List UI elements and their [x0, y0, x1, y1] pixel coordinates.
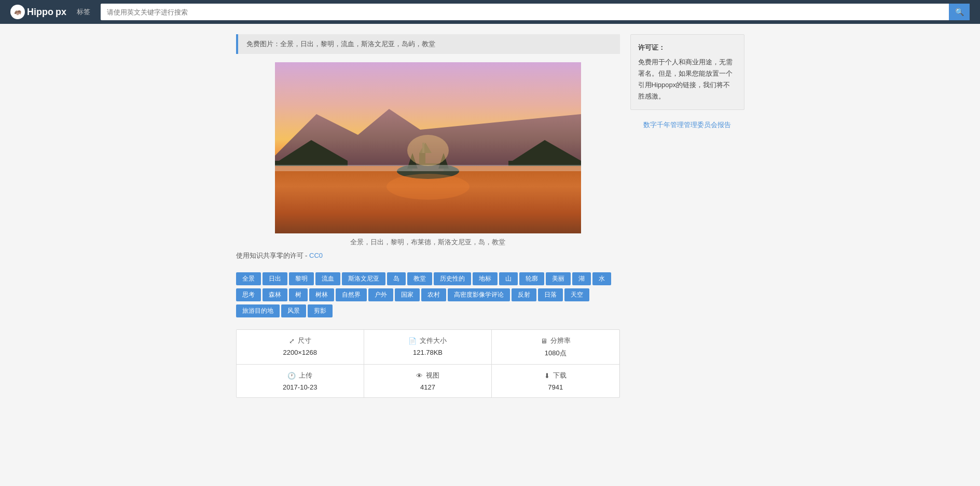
- views-value: 4127: [372, 383, 483, 391]
- search-input[interactable]: [101, 4, 970, 20]
- sidebar: 许可证： 免费用于个人和商业用途，无需署名。但是，如果您能放置一个引用Hippo…: [630, 34, 744, 398]
- tag-item[interactable]: 轮廓: [519, 272, 544, 285]
- info-grid: ⤢ 尺寸 2200×1268 📄 文件大小 121.78KB 🖥 分辨率: [236, 329, 620, 398]
- tag-item[interactable]: 农村: [421, 288, 446, 301]
- filesize-label: 📄 文件大小: [372, 336, 483, 345]
- image-container: [236, 62, 620, 233]
- filesize-value: 121.78KB: [372, 349, 483, 356]
- eye-icon: 👁: [416, 372, 423, 380]
- download-icon: ⬇: [544, 372, 550, 380]
- views-label: 👁 视图: [372, 371, 483, 380]
- info-cell-upload: 🕐 上传 2017-10-23: [237, 365, 364, 397]
- downloads-value: 7941: [500, 383, 611, 391]
- svg-point-15: [387, 174, 470, 200]
- logo-icon: 🦛: [10, 5, 25, 19]
- info-cell-views: 👁 视图 4127: [364, 365, 492, 397]
- upload-value: 2017-10-23: [245, 383, 355, 391]
- breadcrumb: 免费图片：全景，日出，黎明，流血，斯洛文尼亚，岛屿，教堂: [236, 34, 620, 54]
- breadcrumb-text: 免费图片：全景，日出，黎明，流血，斯洛文尼亚，岛屿，教堂: [246, 40, 435, 48]
- logo-text: Hippo: [27, 7, 53, 18]
- tag-item[interactable]: 黎明: [289, 272, 314, 285]
- tag-item[interactable]: 风景: [281, 304, 306, 317]
- tag-item[interactable]: 水: [592, 272, 611, 285]
- tag-item[interactable]: 自然界: [336, 288, 367, 301]
- tag-item[interactable]: 全景: [236, 272, 261, 285]
- logo-suffix: px: [56, 7, 66, 18]
- tag-item[interactable]: 树林: [309, 288, 334, 301]
- info-cell-filesize: 📄 文件大小 121.78KB: [364, 330, 492, 364]
- image-caption: 全景，日出，黎明，布莱德，斯洛文尼亚，岛，教堂: [236, 238, 620, 247]
- resolution-label: 🖥 分辨率: [500, 336, 611, 345]
- tag-item[interactable]: 岛: [387, 272, 406, 285]
- resolution-value: 1080点: [500, 349, 611, 358]
- tag-item[interactable]: 美丽: [546, 272, 571, 285]
- license-prefix: 使用知识共享零的许可 -: [236, 252, 310, 259]
- downloads-label: ⬇ 下载: [500, 371, 611, 380]
- tag-item[interactable]: 湖: [572, 272, 591, 285]
- size-icon: ⤢: [289, 337, 295, 345]
- tags-section: 全景日出黎明流血斯洛文尼亚岛教堂历史性的地标山轮廓美丽湖水思考森林树树林自然界户…: [236, 271, 620, 319]
- size-value: 2200×1268: [245, 349, 355, 356]
- license-link[interactable]: CC0: [309, 252, 323, 259]
- sidebar-license-body: 免费用于个人和商业用途，无需署名。但是，如果您能放置一个引用Hippopx的链接…: [638, 57, 737, 102]
- tag-item[interactable]: 历史性的: [434, 272, 471, 285]
- tag-item[interactable]: 高密度影像学评论: [448, 288, 510, 301]
- license-text: 使用知识共享零的许可 - CC0: [236, 251, 620, 260]
- tag-item[interactable]: 思考: [236, 288, 261, 301]
- tag-item[interactable]: 斯洛文尼亚: [342, 272, 385, 285]
- tag-item[interactable]: 户外: [368, 288, 393, 301]
- search-button[interactable]: 🔍: [949, 4, 970, 20]
- upload-label: 🕐 上传: [245, 371, 355, 380]
- tag-item[interactable]: 天空: [564, 288, 589, 301]
- content-area: 免费图片：全景，日出，黎明，流血，斯洛文尼亚，岛屿，教堂: [236, 34, 620, 398]
- tag-item[interactable]: 地标: [473, 272, 498, 285]
- tag-item[interactable]: 国家: [395, 288, 420, 301]
- tag-item[interactable]: 旅游目的地: [236, 304, 280, 317]
- filesize-icon: 📄: [408, 337, 417, 345]
- header: 🦛 Hippo px 标签 🔍: [0, 0, 980, 24]
- dmca-report-link[interactable]: 数字千年管理管理委员会报告: [630, 120, 744, 130]
- tag-item[interactable]: 树: [289, 288, 308, 301]
- monitor-icon: 🖥: [541, 337, 547, 345]
- sidebar-license-box: 许可证： 免费用于个人和商业用途，无需署名。但是，如果您能放置一个引用Hippo…: [630, 34, 744, 110]
- main-image: [275, 62, 581, 233]
- nav-tags[interactable]: 标签: [77, 7, 90, 17]
- tag-item[interactable]: 教堂: [407, 272, 432, 285]
- search-bar: 🔍: [101, 4, 970, 20]
- clock-icon: 🕐: [287, 372, 296, 380]
- tag-item[interactable]: 日出: [263, 272, 287, 285]
- tag-item[interactable]: 流血: [315, 272, 340, 285]
- logo: 🦛 Hippo px: [10, 5, 66, 19]
- caption-text: 全景，日出，黎明，布莱德，斯洛文尼亚，岛，教堂: [350, 238, 505, 246]
- main-layout: 免费图片：全景，日出，黎明，流血，斯洛文尼亚，岛屿，教堂: [236, 24, 744, 408]
- tag-item[interactable]: 山: [499, 272, 518, 285]
- search-icon: 🔍: [955, 8, 964, 16]
- info-cell-downloads: ⬇ 下载 7941: [492, 365, 619, 397]
- info-row-1: ⤢ 尺寸 2200×1268 📄 文件大小 121.78KB 🖥 分辨率: [237, 330, 619, 365]
- size-label: ⤢ 尺寸: [245, 336, 355, 345]
- tag-item[interactable]: 日落: [538, 288, 563, 301]
- svg-point-16: [407, 135, 449, 166]
- tag-item[interactable]: 剪影: [308, 304, 333, 317]
- tag-item[interactable]: 反射: [512, 288, 536, 301]
- info-cell-resolution: 🖥 分辨率 1080点: [492, 330, 619, 364]
- info-row-2: 🕐 上传 2017-10-23 👁 视图 4127 ⬇ 下载: [237, 365, 619, 397]
- info-cell-size: ⤢ 尺寸 2200×1268: [237, 330, 364, 364]
- tag-item[interactable]: 森林: [263, 288, 287, 301]
- sidebar-license-title: 许可证：: [638, 42, 737, 53]
